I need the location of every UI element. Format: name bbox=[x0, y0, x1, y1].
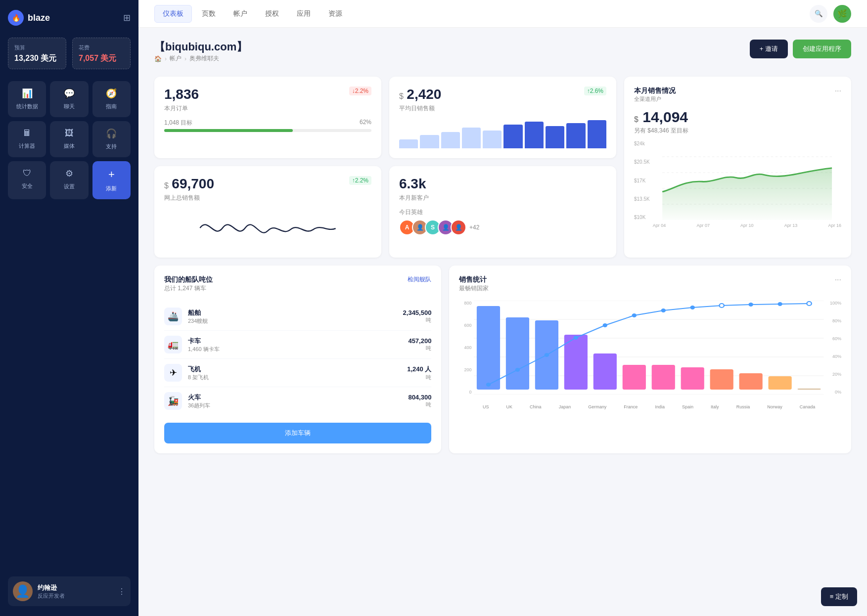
sidebar-item-chat[interactable]: 💬 聊天 bbox=[50, 81, 88, 117]
tab-accounts[interactable]: 帐户 bbox=[226, 5, 255, 23]
progress-bar bbox=[164, 129, 371, 132]
fleet-ship-value: 2,345,500 吨 bbox=[403, 309, 432, 324]
tab-apps[interactable]: 应用 bbox=[289, 5, 319, 23]
settings-icon[interactable]: ⊞ bbox=[123, 12, 131, 23]
bar-8 bbox=[546, 126, 564, 148]
online-sales-top: $ 69,700 ↑2.2% bbox=[164, 176, 371, 192]
sidebar-item-analytics[interactable]: 📊 统计数据 bbox=[8, 81, 46, 117]
svg-rect-18 bbox=[710, 369, 733, 390]
monthly-chart-area: Apr 04 Apr 07 Apr 10 Apr 13 Apr 16 bbox=[653, 141, 841, 220]
guide-label: 指南 bbox=[106, 103, 117, 110]
breadcrumb-home: 🏠 bbox=[154, 55, 162, 62]
fleet-ship-sub: 234艘舰 bbox=[188, 317, 397, 325]
avg-sales-value: 2,420 bbox=[407, 87, 441, 102]
settings-label: 设置 bbox=[64, 183, 75, 190]
svg-point-28 bbox=[661, 308, 666, 312]
sidebar-item-security[interactable]: 🛡 安全 bbox=[8, 161, 46, 199]
monthly-y-axis: $24k $20.5K $17K $13.5K $10K bbox=[634, 141, 653, 220]
fleet-ship-info: 船舶 234艘舰 bbox=[188, 308, 397, 325]
fleet-item-plane: ✈ 飞机 8 架飞机 1,240 人 吨 bbox=[164, 359, 431, 387]
fleet-title-area: 我们的船队吨位 总计 1,247 辆车 bbox=[164, 275, 213, 301]
expense-card: 花费 7,057 美元 bbox=[72, 38, 131, 69]
y-axis-left: 800 600 400 200 0 bbox=[459, 301, 471, 395]
main-content: 仪表板 页数 帐户 授权 应用 资源 🔍 🌿 【biqubiqu.com】 🏠 … bbox=[138, 0, 867, 616]
fleet-header: 我们的船队吨位 总计 1,247 辆车 检阅舰队 bbox=[164, 275, 431, 301]
fleet-link[interactable]: 检阅舰队 bbox=[408, 275, 431, 284]
bottom-grid: 我们的船队吨位 总计 1,247 辆车 检阅舰队 🚢 船舶 234艘舰 2,34… bbox=[154, 265, 851, 453]
user-name: 约翰逊 bbox=[38, 583, 113, 592]
heroes-avatars: A 👤 S 👤 👤 +42 bbox=[399, 220, 606, 235]
sidebar-header: 🔥 blaze ⊞ bbox=[8, 10, 131, 26]
monthly-sales-card: 本月销售情况 全渠道用户 ··· $ 14,094 另有 $48,346 至目标… bbox=[624, 77, 851, 258]
fleet-train-value: 804,300 吨 bbox=[408, 394, 431, 408]
svg-point-30 bbox=[720, 304, 724, 308]
new-customers-label: 本月新客户 bbox=[399, 194, 606, 202]
tab-auth[interactable]: 授权 bbox=[257, 5, 287, 23]
top-nav-actions: 🔍 🌿 bbox=[810, 5, 851, 23]
search-button[interactable]: 🔍 bbox=[810, 5, 827, 23]
support-label: 支持 bbox=[106, 143, 117, 150]
orders-top: 1,836 ↓2.2% bbox=[164, 87, 371, 102]
analytics-label: 统计数据 bbox=[16, 103, 38, 110]
invite-button[interactable]: + 邀请 bbox=[750, 40, 788, 58]
fleet-item-truck: 🚛 卡车 1,460 辆卡车 457,200 吨 bbox=[164, 331, 431, 359]
heroes-label: 今日英雄 bbox=[399, 208, 606, 217]
fleet-title: 我们的船队吨位 bbox=[164, 275, 213, 284]
svg-rect-20 bbox=[769, 376, 792, 390]
media-icon: 🖼 bbox=[65, 128, 74, 138]
sidebar-item-settings[interactable]: ⚙ 设置 bbox=[50, 161, 88, 199]
orders-card: 1,836 ↓2.2% 本月订单 1,048 目标 62% bbox=[154, 77, 381, 158]
tab-resources[interactable]: 资源 bbox=[320, 5, 350, 23]
wave-chart bbox=[164, 208, 371, 248]
customize-button[interactable]: ≡ 定制 bbox=[821, 587, 857, 606]
bar-2 bbox=[420, 135, 439, 148]
monthly-target: 另有 $48,346 至目标 bbox=[634, 127, 841, 135]
orders-value-area: 1,836 bbox=[164, 87, 199, 102]
tab-dashboard[interactable]: 仪表板 bbox=[154, 5, 192, 23]
truck-icon: 🚛 bbox=[164, 336, 182, 353]
fleet-plane-info: 飞机 8 架飞机 bbox=[188, 365, 401, 381]
top-nav: 仪表板 页数 帐户 授权 应用 资源 🔍 🌿 bbox=[138, 0, 867, 28]
bar-3 bbox=[441, 132, 460, 148]
online-sales-card: $ 69,700 ↑2.2% 网上总销售额 bbox=[154, 166, 381, 258]
online-sales-value-area: $ 69,700 bbox=[164, 176, 214, 192]
svg-point-23 bbox=[515, 368, 520, 372]
progress-fill bbox=[164, 129, 293, 132]
avg-sales-change: ↑2.6% bbox=[584, 87, 606, 95]
add-vehicle-button[interactable]: 添加车辆 bbox=[164, 423, 431, 443]
bar-1 bbox=[399, 139, 418, 148]
sales-chart-inner bbox=[474, 301, 824, 395]
user-avatar-button[interactable]: 🌿 bbox=[833, 5, 851, 23]
orders-change: ↓2.2% bbox=[349, 87, 371, 95]
create-app-button[interactable]: 创建应用程序 bbox=[793, 40, 851, 58]
settings-nav-icon: ⚙ bbox=[65, 168, 73, 179]
svg-rect-21 bbox=[798, 389, 821, 390]
tab-pages[interactable]: 页数 bbox=[194, 5, 224, 23]
sidebar-item-support[interactable]: 🎧 支持 bbox=[92, 121, 131, 157]
more-icon[interactable]: ⋮ bbox=[118, 587, 126, 596]
sidebar-item-calculator[interactable]: 🖩 计算器 bbox=[8, 121, 46, 157]
chat-label: 聊天 bbox=[64, 103, 75, 110]
monthly-more-icon[interactable]: ··· bbox=[835, 87, 841, 95]
user-profile[interactable]: 👤 约翰逊 反应开发者 ⋮ bbox=[8, 576, 131, 606]
svg-rect-15 bbox=[623, 365, 646, 390]
wave-svg bbox=[164, 208, 371, 248]
sidebar-item-guide[interactable]: 🧭 指南 bbox=[92, 81, 131, 117]
progress-target: 1,048 目标 bbox=[164, 119, 192, 127]
sales-chart-container: 800 600 400 200 0 100% 80% 60% 40% 20% 0… bbox=[459, 301, 841, 409]
svg-rect-16 bbox=[652, 365, 675, 390]
page-header: 【biqubiqu.com】 🏠 › 帐户 › 奥弗维耶夫 + 邀请 创建应用程… bbox=[154, 40, 851, 73]
fleet-subtitle: 总计 1,247 辆车 bbox=[164, 284, 213, 293]
logo-text: blaze bbox=[28, 13, 50, 23]
nav-grid: 📊 统计数据 💬 聊天 🧭 指南 🖩 计算器 🖼 媒体 🎧 支持 🛡 安全 ⚙ bbox=[8, 81, 131, 199]
sales-more-icon[interactable]: ··· bbox=[835, 275, 841, 284]
add-label: 添新 bbox=[106, 185, 117, 192]
support-icon: 🎧 bbox=[106, 128, 117, 139]
media-label: 媒体 bbox=[64, 142, 75, 150]
sidebar-item-media[interactable]: 🖼 媒体 bbox=[50, 121, 88, 157]
sidebar-item-add[interactable]: + 添新 bbox=[92, 161, 131, 199]
breadcrumb-accounts: 帐户 bbox=[170, 54, 182, 63]
fleet-item-ship: 🚢 船舶 234艘舰 2,345,500 吨 bbox=[164, 303, 431, 331]
sales-title-area: 销售统计 最畅销国家 bbox=[459, 275, 489, 299]
svg-rect-19 bbox=[739, 373, 763, 390]
